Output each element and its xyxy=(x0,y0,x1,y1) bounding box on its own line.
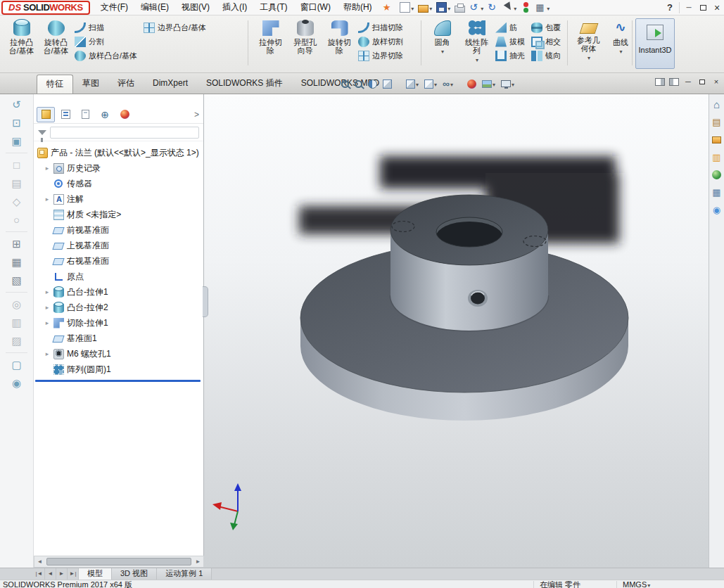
rollback-bar[interactable] xyxy=(35,380,201,382)
tab-3d-views[interactable]: 3D 视图 xyxy=(112,568,157,580)
flyout-expand-icon[interactable] xyxy=(194,110,201,120)
left-toolbar-button-5[interactable]: ▤ xyxy=(6,175,27,191)
new-document-button[interactable] xyxy=(398,1,416,15)
fillet-button[interactable]: 圆角 xyxy=(425,18,459,56)
tree-horizontal-scrollbar[interactable] xyxy=(34,556,204,568)
save-button[interactable] xyxy=(434,1,452,15)
extruded-boss-button[interactable]: 拉伸凸 台/基体 xyxy=(4,18,39,55)
tree-item-material[interactable]: 材质 <未指定> xyxy=(34,207,203,222)
pane-toggle-right-button[interactable] xyxy=(668,76,680,87)
intersect-button[interactable]: 相交 xyxy=(530,34,566,49)
tree-item-origin[interactable]: 原点 xyxy=(34,269,203,284)
left-toolbar-button-7[interactable]: ○ xyxy=(6,212,27,228)
options-button[interactable] xyxy=(533,1,552,15)
mirror-button[interactable]: 镜向 xyxy=(530,49,566,63)
dropdown-caret-icon[interactable] xyxy=(618,46,622,55)
dropdown-caret-icon[interactable] xyxy=(450,79,453,89)
expand-arrow-icon[interactable] xyxy=(44,304,51,311)
expand-arrow-icon[interactable] xyxy=(44,165,51,172)
panel-splitter-handle[interactable] xyxy=(203,286,208,317)
property-manager-tab[interactable] xyxy=(56,107,75,122)
print-button[interactable] xyxy=(452,1,467,15)
file-explorer-tab[interactable] xyxy=(711,132,723,147)
linear-pattern-button[interactable]: 线性阵 列 xyxy=(459,18,494,65)
dropdown-caret-icon[interactable] xyxy=(492,79,495,89)
left-toolbar-button-3[interactable]: ▣ xyxy=(6,133,27,149)
boundary-boss-button[interactable]: 边界凸台/基体 xyxy=(142,20,211,34)
menu-insert[interactable]: 插入(I) xyxy=(216,0,253,15)
dropdown-caret-icon[interactable] xyxy=(480,3,483,13)
first-tab-button[interactable] xyxy=(34,568,45,580)
dropdown-caret-icon[interactable] xyxy=(511,79,514,89)
tree-item-circular-pattern1[interactable]: 阵列(圆周)1 xyxy=(34,362,203,377)
lofted-boss-button[interactable]: 放样凸台/基体 xyxy=(73,49,142,63)
dropdown-caret-icon[interactable] xyxy=(440,46,444,55)
zoom-area-button[interactable] xyxy=(353,76,364,91)
revolved-cut-button[interactable]: 旋转切 除 xyxy=(322,18,357,55)
tab-sketch[interactable]: 草图 xyxy=(73,75,108,94)
lofted-cut-button[interactable]: 放样切割 xyxy=(357,34,408,49)
dropdown-caret-icon[interactable] xyxy=(433,79,437,89)
scroll-left-arrow[interactable] xyxy=(34,556,45,567)
tab-motion-study1[interactable]: 运动算例 1 xyxy=(157,568,212,580)
document-restore-button[interactable] xyxy=(696,76,709,87)
menu-file[interactable]: 文件(F) xyxy=(94,0,134,15)
document-minimize-button[interactable]: ─ xyxy=(682,76,694,87)
curves-button[interactable]: 曲线 xyxy=(606,18,635,56)
expand-arrow-icon[interactable] xyxy=(44,196,51,203)
scrollbar-thumb[interactable] xyxy=(46,558,191,565)
configuration-manager-tab[interactable] xyxy=(76,107,94,122)
graphics-area[interactable] xyxy=(204,94,709,568)
left-toolbar-button-8[interactable]: ⊞ xyxy=(6,236,27,252)
menu-edit[interactable]: 编辑(E) xyxy=(134,0,175,15)
apply-scene-button[interactable] xyxy=(480,76,497,91)
design-library-tab[interactable] xyxy=(711,115,723,129)
tree-filter-input[interactable] xyxy=(50,127,199,139)
units-dropdown[interactable]: MMGS xyxy=(616,581,650,588)
tree-item-m6-thread-hole1[interactable]: M6 螺纹孔1 xyxy=(34,346,203,362)
appearances-scenes-tab[interactable] xyxy=(711,167,723,182)
document-close-button[interactable]: × xyxy=(710,76,723,87)
filter-funnel-icon[interactable] xyxy=(38,130,46,135)
edit-appearance-button[interactable] xyxy=(465,76,478,91)
tab-evaluate[interactable]: 评估 xyxy=(108,75,144,94)
tree-item-sensors[interactable]: 传感器 xyxy=(34,176,203,191)
split-button[interactable]: 分割 xyxy=(73,34,142,49)
dropdown-caret-icon[interactable] xyxy=(647,580,650,588)
custom-properties-tab[interactable] xyxy=(711,185,723,200)
menu-view[interactable]: 视图(V) xyxy=(175,0,216,15)
tree-item-history[interactable]: 历史记录 xyxy=(34,160,203,176)
window-restore-button[interactable] xyxy=(696,1,710,14)
dropdown-caret-icon[interactable] xyxy=(546,3,550,13)
redo-button[interactable] xyxy=(485,1,500,15)
left-toolbar-button-9[interactable]: ▦ xyxy=(6,254,27,270)
wrap-button[interactable]: 包覆 xyxy=(530,20,566,34)
hide-show-items-button[interactable] xyxy=(440,76,455,91)
left-toolbar-button-11[interactable]: ◎ xyxy=(6,296,27,312)
tree-item-plane1[interactable]: 基准面1 xyxy=(34,331,203,346)
dropdown-caret-icon[interactable] xyxy=(415,79,419,89)
left-toolbar-button-2[interactable]: ⊡ xyxy=(6,115,27,131)
view-palette-tab[interactable] xyxy=(711,150,723,165)
display-manager-tab[interactable] xyxy=(115,107,134,122)
expand-arrow-icon[interactable] xyxy=(44,319,51,326)
flange-model[interactable] xyxy=(204,94,709,568)
rebuild-button[interactable] xyxy=(519,1,533,15)
pin-menu-icon[interactable]: ★ xyxy=(383,2,391,13)
tab-dimxpert[interactable]: DimXpert xyxy=(144,75,197,94)
open-document-button[interactable] xyxy=(416,1,434,15)
dimxpert-manager-tab[interactable] xyxy=(96,107,114,122)
3d-drawing-view-button[interactable] xyxy=(381,76,394,91)
window-close-button[interactable] xyxy=(710,1,724,14)
menu-help[interactable]: 帮助(H) xyxy=(337,0,379,15)
tab-solidworks-addins[interactable]: SOLIDWORKS 插件 xyxy=(197,75,292,94)
reference-geometry-button[interactable]: 参考几 何体 xyxy=(571,18,606,63)
left-toolbar-button-1[interactable]: ↺ xyxy=(6,96,27,113)
menu-window[interactable]: 窗口(W) xyxy=(294,0,337,15)
tree-item-cut-extrude1[interactable]: 切除-拉伸1 xyxy=(34,315,203,331)
view-settings-button[interactable] xyxy=(499,76,516,91)
hole-wizard-button[interactable]: 异型孔 向导 xyxy=(288,18,322,55)
left-toolbar-button-10[interactable]: ▧ xyxy=(6,272,27,288)
left-toolbar-button-12[interactable]: ▥ xyxy=(6,314,27,331)
dropdown-caret-icon[interactable] xyxy=(447,3,450,13)
